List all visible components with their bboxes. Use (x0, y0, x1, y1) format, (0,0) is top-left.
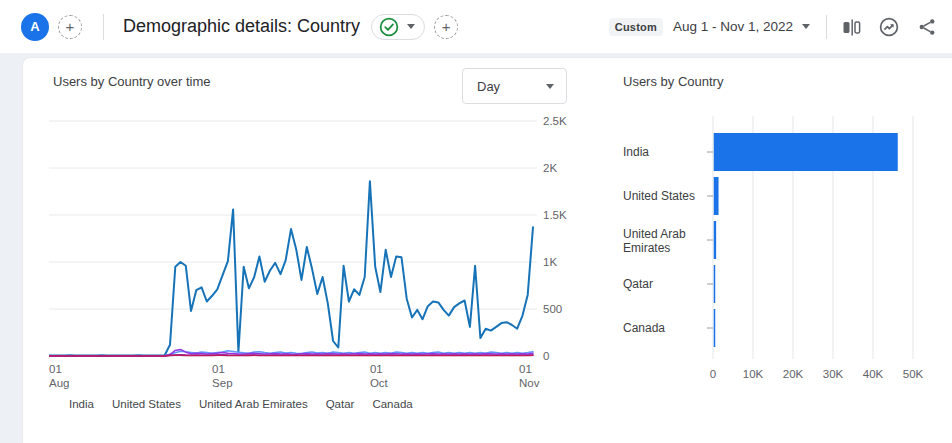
add-comparison-button[interactable]: + (58, 15, 82, 39)
bar-chart: 010K20K30K40K50KIndiaUnited StatesUnited… (623, 113, 952, 388)
granularity-select[interactable]: Day (462, 68, 567, 104)
svg-text:0: 0 (543, 350, 549, 362)
check-circle-icon (378, 16, 400, 38)
svg-text:United States: United States (623, 189, 695, 203)
add-metric-button[interactable]: + (434, 15, 458, 39)
svg-text:01: 01 (519, 363, 532, 375)
svg-text:Qatar: Qatar (623, 277, 653, 291)
legend-item: India (69, 398, 94, 410)
legend-item: United Arab Emirates (199, 398, 308, 410)
header-right-group: Custom Aug 1 - Nov 1, 2022 (609, 15, 938, 39)
date-range-label[interactable]: Aug 1 - Nov 1, 2022 (673, 19, 793, 34)
legend-item: United States (112, 398, 181, 410)
chevron-down-icon (407, 24, 415, 29)
svg-text:Nov: Nov (519, 377, 540, 389)
edit-comparison-icon[interactable] (840, 16, 862, 38)
header-divider-2 (826, 15, 827, 39)
svg-text:2K: 2K (543, 162, 557, 174)
svg-text:United Arab: United Arab (623, 227, 686, 241)
svg-text:30K: 30K (823, 368, 844, 380)
svg-text:1K: 1K (543, 256, 557, 268)
line-chart-legend: IndiaUnited StatesUnited Arab EmiratesQa… (69, 398, 413, 410)
line-chart-title: Users by Country over time (53, 74, 211, 89)
svg-text:01: 01 (212, 363, 225, 375)
share-icon[interactable] (916, 16, 938, 38)
legend-item: Canada (372, 398, 412, 410)
svg-text:1.5K: 1.5K (543, 209, 567, 221)
charts-card: Users by Country over time Day 05001K1.5… (22, 57, 952, 443)
granularity-chevron-icon (546, 84, 554, 89)
date-range-type-chip: Custom (609, 18, 663, 36)
granularity-value: Day (477, 79, 500, 94)
svg-text:40K: 40K (863, 368, 884, 380)
svg-text:01: 01 (49, 363, 62, 375)
svg-text:Sep: Sep (212, 377, 232, 389)
svg-text:2.5K: 2.5K (543, 115, 567, 127)
bar-chart-area: 010K20K30K40K50KIndiaUnited StatesUnited… (623, 113, 952, 392)
svg-text:20K: 20K (783, 368, 804, 380)
line-chart: 05001K1.5K2K2.5K01Aug01Sep01Oct01Nov (49, 113, 589, 395)
date-range-chevron-icon[interactable] (802, 24, 810, 29)
page-title: Demographic details: Country (123, 16, 360, 37)
svg-text:Emirates: Emirates (623, 241, 670, 255)
report-status-dropdown[interactable] (371, 14, 425, 40)
legend-item: Qatar (326, 398, 355, 410)
line-chart-area: 05001K1.5K2K2.5K01Aug01Sep01Oct01Nov (49, 113, 589, 399)
svg-text:Canada: Canada (623, 321, 665, 335)
svg-text:0: 0 (710, 368, 716, 380)
svg-text:10K: 10K (743, 368, 764, 380)
svg-text:50K: 50K (903, 368, 924, 380)
insights-icon[interactable] (878, 16, 900, 38)
svg-text:India: India (623, 145, 649, 159)
svg-text:01: 01 (370, 363, 383, 375)
svg-text:500: 500 (543, 303, 562, 315)
header-divider (103, 14, 104, 40)
bar-chart-title: Users by Country (623, 74, 723, 89)
svg-text:Oct: Oct (370, 377, 389, 389)
report-header: A + Demographic details: Country + Custo… (0, 0, 952, 53)
avatar[interactable]: A (21, 13, 49, 41)
svg-text:Aug: Aug (49, 377, 69, 389)
